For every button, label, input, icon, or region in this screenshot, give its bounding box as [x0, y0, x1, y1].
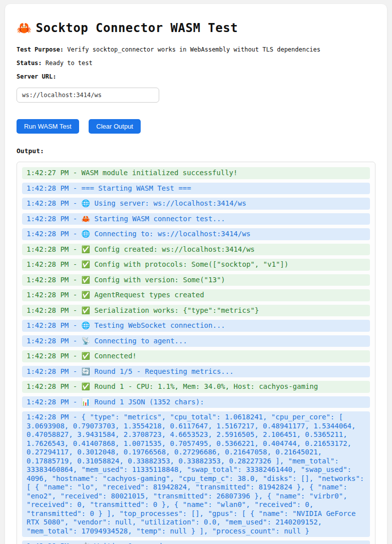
status-line: Status: Ready to test: [17, 60, 375, 67]
server-url-label: Server URL:: [17, 73, 375, 80]
main-card: 🦀Socktop Connector WASM Test Test Purpos…: [5, 4, 387, 544]
log-row: 1:42:28 PM - 🌐 Connecting to: ws://local…: [22, 228, 370, 240]
crab-icon: 🦀: [17, 21, 32, 35]
log-row: 1:42:28 PM - ✅ Round 1 - CPU: 1.1%, Mem:…: [22, 381, 370, 393]
output-label: Output:: [17, 147, 375, 155]
run-wasm-test-button[interactable]: Run WASM Test: [17, 119, 79, 134]
test-purpose-line: Test Purpose: Verify socktop_connector w…: [17, 46, 375, 53]
log-row: 1:42:28 PM - ✅ Connected!: [22, 350, 370, 362]
toolbar: Run WASM Test Clear Output: [17, 119, 375, 134]
log-row: 1:42:28 PM - 🌐 Testing WebSocket connect…: [22, 320, 370, 332]
log-row: 1:42:28 PM - ✅ Serialization works: {"ty…: [22, 305, 370, 317]
log-row: 1:42:28 PM - { "type": "metrics", "cpu_t…: [22, 411, 370, 537]
log-list: 1:42:27 PM - WASM module initialized suc…: [22, 167, 370, 544]
log-row: 1:42:28 PM - 🌐 Using server: ws://localh…: [22, 198, 370, 210]
page-title: 🦀Socktop Connector WASM Test: [17, 21, 375, 35]
status-label: Status:: [17, 60, 42, 67]
output-log: 1:42:27 PM - WASM module initialized suc…: [17, 162, 375, 544]
log-row: 1:42:27 PM - WASM module initialized suc…: [22, 167, 370, 179]
test-purpose-text: Verify socktop_connector works in WebAss…: [67, 46, 320, 53]
log-row: 1:42:28 PM - === Starting WASM Test ===: [22, 183, 370, 195]
log-row: 1:42:28 PM - ✅ Config created: ws://loca…: [22, 244, 370, 256]
log-row: 1:42:28 PM - ⏱️ Waiting 1 second...: [22, 540, 370, 544]
log-row: 1:42:28 PM - ✅ Config with version: Some…: [22, 274, 370, 286]
clear-output-button[interactable]: Clear Output: [89, 119, 141, 134]
server-url-input[interactable]: [17, 88, 159, 103]
log-row: 1:42:28 PM - ✅ Config with protocols: So…: [22, 259, 370, 271]
test-purpose-label: Test Purpose:: [17, 46, 64, 53]
log-row: 1:42:28 PM - 🦀 Starting WASM connector t…: [22, 213, 370, 225]
log-row: 1:42:28 PM - ✅ AgentRequest types create…: [22, 289, 370, 301]
log-row: 1:42:28 PM - 📡 Connecting to agent...: [22, 335, 370, 347]
log-row: 1:42:28 PM - 📊 Round 1 JSON (1352 chars)…: [22, 396, 370, 408]
status-text: Ready to test: [46, 60, 93, 67]
page-title-text: Socktop Connector WASM Test: [36, 21, 238, 35]
log-row: 1:42:28 PM - 🔄 Round 1/5 - Requesting me…: [22, 366, 370, 378]
